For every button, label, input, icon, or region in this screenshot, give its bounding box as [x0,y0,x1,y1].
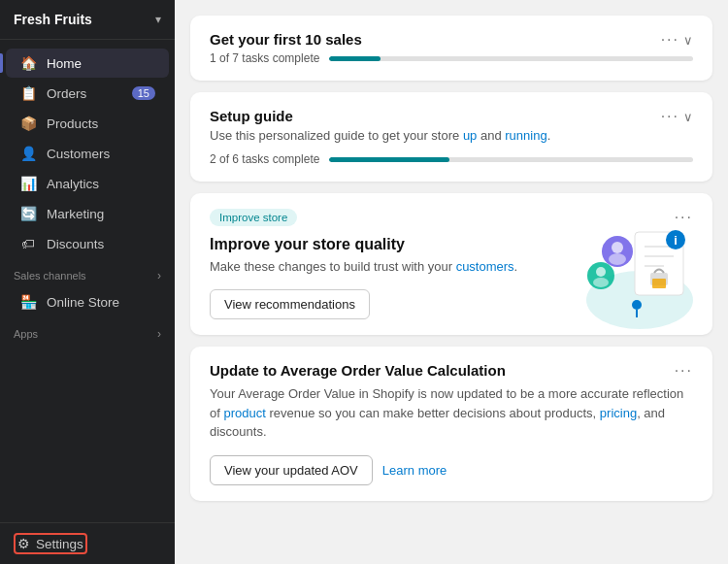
sidebar-item-customers[interactable]: 👤 Customers [6,139,169,168]
sidebar-item-discounts[interactable]: 🏷 Discounts [6,229,169,258]
svg-rect-6 [652,279,666,288]
first-sales-title: Get your first 10 sales [210,31,362,48]
discounts-icon: 🏷 [19,236,37,251]
sidebar-item-products[interactable]: 📦 Products [6,109,169,138]
first-sales-card: Get your first 10 sales ··· ∨ 1 of 7 tas… [190,16,712,81]
store-name: Fresh Fruits [14,12,148,27]
view-recommendations-button[interactable]: View recommendations [210,289,370,319]
aov-title: Update to Average Order Value Calculatio… [210,362,506,379]
setup-guide-chevron-icon: ∨ [683,110,693,124]
setup-guide-link-up[interactable]: up [463,128,477,143]
orders-badge: 15 [132,86,155,100]
sidebar-item-discounts-label: Discounts [47,237,104,251]
setup-guide-progress-fill [329,157,449,162]
products-icon: 📦 [19,116,37,131]
first-sales-progress-fill [329,56,380,61]
sales-channels-chevron-icon: › [157,269,161,282]
sidebar-navigation: 🏠 Home 📋 Orders 15 📦 Products 👤 Customer… [0,40,175,522]
sidebar-item-products-label: Products [47,116,98,131]
svg-point-8 [612,242,623,253]
first-sales-progress-row: 1 of 7 tasks complete [210,51,693,65]
view-updated-aov-button[interactable]: View your updated AOV [210,455,373,485]
aov-desc: Your Average Order Value in Shopify is n… [210,384,693,442]
setup-guide-progress-bar [329,157,693,162]
first-sales-chevron-icon: ∨ [683,33,693,48]
learn-more-button[interactable]: Learn more [382,463,447,478]
sidebar-item-online-store-label: Online Store [47,295,119,310]
setup-guide-progress-row: 2 of 6 tasks complete [210,152,693,166]
aov-pricing-link[interactable]: pricing [600,406,637,420]
first-sales-menu[interactable]: ··· ∨ [661,31,693,49]
setup-guide-dots-icon: ··· [661,108,679,125]
first-sales-dots-icon: ··· [661,31,679,49]
svg-point-9 [609,253,626,265]
sidebar-item-marketing-label: Marketing [47,207,104,221]
home-icon: 🏠 [19,55,37,71]
sales-channels-section: Sales channels › [0,259,175,286]
store-selector[interactable]: Fresh Fruits ▾ [0,0,175,40]
first-sales-progress-bar [329,56,693,61]
setup-guide-menu[interactable]: ··· ∨ [661,108,693,125]
sidebar-item-online-store[interactable]: 🏪 Online Store [6,287,169,316]
setup-guide-card: Setup guide ··· ∨ Use this personalized … [190,92,712,182]
setup-guide-link-running[interactable]: running [505,128,546,143]
svg-point-12 [593,278,609,287]
aov-actions: View your updated AOV Learn more [210,455,693,485]
aov-dots-icon: ··· [675,362,693,380]
sidebar-settings[interactable]: ⚙ Settings [0,522,175,564]
improve-store-badge: Improve store [210,209,297,226]
svg-point-15 [632,300,642,310]
aov-product-link[interactable]: product [223,406,265,420]
improve-store-desc: Make these changes to build trust with y… [210,259,557,274]
main-content: Get your first 10 sales ··· ∨ 1 of 7 tas… [175,0,728,564]
setup-guide-title: Setup guide [210,108,293,124]
marketing-icon: 🔄 [19,206,37,221]
sidebar-item-analytics-label: Analytics [47,177,99,191]
svg-text:i: i [674,233,678,248]
apps-section: Apps › [0,317,175,345]
sidebar-item-marketing[interactable]: 🔄 Marketing [6,199,169,228]
sidebar-item-orders[interactable]: 📋 Orders 15 [6,79,169,108]
apps-chevron-icon: › [157,327,161,341]
sidebar: Fresh Fruits ▾ 🏠 Home 📋 Orders 15 📦 Prod… [0,0,175,564]
settings-icon: ⚙ [17,536,30,551]
setup-guide-progress-text: 2 of 6 tasks complete [210,152,319,166]
svg-point-11 [596,267,606,277]
sidebar-item-orders-label: Orders [47,86,86,101]
analytics-icon: 📊 [19,176,37,191]
sidebar-item-home-label: Home [47,56,82,71]
store-chevron-icon: ▾ [155,13,161,26]
online-store-icon: 🏪 [19,294,37,310]
settings-label: Settings [36,537,83,551]
aov-menu[interactable]: ··· [675,362,693,380]
settings-box: ⚙ Settings [14,533,87,554]
orders-icon: 📋 [19,85,37,101]
sidebar-item-customers-label: Customers [47,147,110,161]
first-sales-progress-text: 1 of 7 tasks complete [210,51,319,65]
improve-store-customers-link[interactable]: customers [456,259,514,274]
sidebar-item-home[interactable]: 🏠 Home [6,49,169,78]
improve-store-card: ··· Improve store Improve your store qua… [190,193,712,335]
setup-guide-subtitle: Use this personalized guide to get your … [210,128,693,143]
improve-store-illustration: i [567,213,693,329]
improve-store-title: Improve your store quality [210,236,557,253]
sidebar-item-analytics[interactable]: 📊 Analytics [6,169,169,198]
customers-icon: 👤 [19,146,37,161]
aov-card: Update to Average Order Value Calculatio… [190,347,712,501]
